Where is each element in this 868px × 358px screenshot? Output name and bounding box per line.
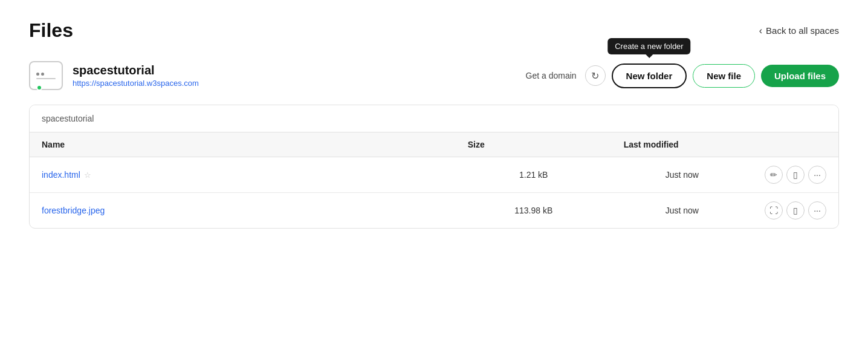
get-domain-label: Get a domain xyxy=(526,71,577,80)
tooltip-new-folder: Create a new folder xyxy=(607,38,690,54)
col-header-size: Size xyxy=(456,132,612,157)
file-actions: ⛶▯··· xyxy=(765,201,826,220)
page-container: Files ‹ Back to all spaces spacestutoria… xyxy=(0,0,868,248)
file-table-container: spacestutorial Name Size Last modified i… xyxy=(29,105,839,229)
file-link[interactable]: forestbridge.jpeg xyxy=(42,206,105,215)
file-modified: Just now xyxy=(612,193,753,229)
new-folder-wrapper: Create a new folder New folder xyxy=(612,63,687,88)
space-name-col: spacestutorial https://spacestutorial.w3… xyxy=(73,63,199,88)
copy-icon-button[interactable]: ▯ xyxy=(786,201,805,220)
copy-icon-button[interactable]: ▯ xyxy=(786,166,805,184)
col-header-modified: Last modified xyxy=(612,132,753,157)
table-header-row: Name Size Last modified xyxy=(30,132,838,157)
image-icon-button[interactable]: ⛶ xyxy=(765,201,783,220)
file-link[interactable]: index.html xyxy=(42,170,80,180)
new-folder-button[interactable]: New folder xyxy=(612,63,687,88)
col-header-name: Name xyxy=(30,132,456,157)
space-url-link[interactable]: https://spacestutorial.w3spaces.com xyxy=(73,79,199,88)
page-title: Files xyxy=(29,19,73,42)
col-header-actions xyxy=(753,132,838,157)
star-icon[interactable]: ☆ xyxy=(84,171,91,180)
edit-icon-button[interactable]: ✏ xyxy=(765,166,783,184)
window-dot-2 xyxy=(41,73,44,76)
table-row: forestbridge.jpeg113.98 kBJust now⛶▯··· xyxy=(30,193,838,229)
back-to-all-spaces-link[interactable]: ‹ Back to all spaces xyxy=(759,25,839,36)
upload-files-button[interactable]: Upload files xyxy=(761,65,839,87)
online-status-dot xyxy=(36,85,42,91)
file-table: Name Size Last modified index.html☆1.21 … xyxy=(30,132,838,228)
header-row: Files ‹ Back to all spaces xyxy=(29,19,839,42)
more-options-button[interactable]: ··· xyxy=(808,166,826,184)
window-dot-1 xyxy=(36,73,39,76)
space-name: spacestutorial xyxy=(73,63,199,77)
chevron-left-icon: ‹ xyxy=(759,25,762,36)
table-breadcrumb: spacestutorial xyxy=(30,105,838,132)
window-line xyxy=(36,78,56,79)
more-options-button[interactable]: ··· xyxy=(808,201,826,220)
actions-row: Get a domain ↻ Create a new folder New f… xyxy=(526,63,839,88)
table-row: index.html☆1.21 kBJust now✏▯··· xyxy=(30,157,838,193)
back-link-label: Back to all spaces xyxy=(766,25,839,36)
file-size: 1.21 kB xyxy=(456,157,612,193)
refresh-button[interactable]: ↻ xyxy=(585,65,606,86)
file-modified: Just now xyxy=(612,157,753,193)
new-file-button[interactable]: New file xyxy=(693,64,755,88)
space-info-row: spacestutorial https://spacestutorial.w3… xyxy=(29,61,839,90)
file-actions: ✏▯··· xyxy=(765,166,826,184)
file-size: 113.98 kB xyxy=(456,193,612,229)
space-icon xyxy=(29,61,63,90)
